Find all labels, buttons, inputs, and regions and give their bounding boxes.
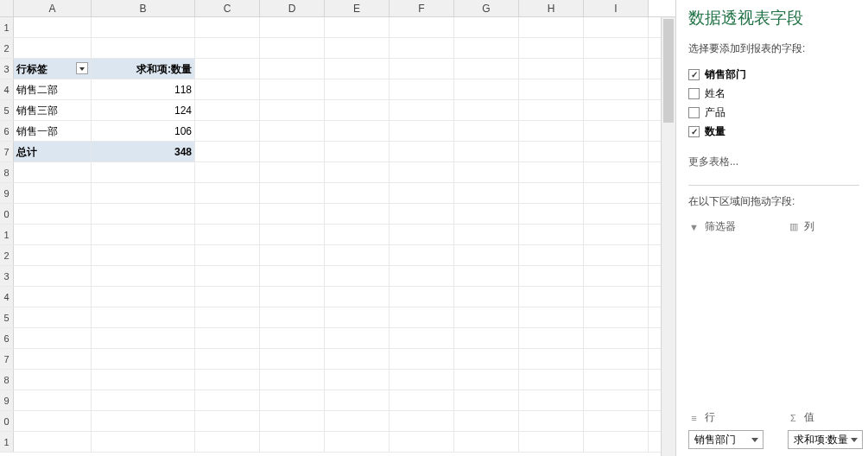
panel-subtitle: 选择要添加到报表的字段: <box>688 41 868 56</box>
row-header[interactable]: 7 <box>0 349 14 369</box>
more-tables-link[interactable]: 更多表格... <box>688 155 868 169</box>
pivot-row-value[interactable]: 106 <box>92 121 195 141</box>
drag-areas-label: 在以下区域间拖动字段: <box>688 194 868 209</box>
row-header[interactable]: 4 <box>0 79 14 99</box>
vertical-scrollbar[interactable] <box>661 17 675 456</box>
area-header-rows: ≡ 行 <box>688 410 763 425</box>
row-header[interactable]: 1 <box>0 225 14 244</box>
checkbox-icon[interactable] <box>688 126 700 137</box>
col-header-D[interactable]: D <box>260 0 325 16</box>
col-header-E[interactable]: E <box>325 0 390 16</box>
pivot-row-value[interactable]: 124 <box>92 100 195 120</box>
row-header[interactable]: 0 <box>0 204 14 224</box>
area-label: 值 <box>804 410 814 425</box>
area-label: 列 <box>804 219 814 234</box>
divider <box>688 185 859 186</box>
row-header[interactable]: 9 <box>0 390 14 410</box>
field-label: 数量 <box>705 124 725 139</box>
panel-title: 数据透视表字段 <box>688 7 868 29</box>
field-item-name[interactable]: 姓名 <box>688 84 868 103</box>
area-header-filter: ▼ 筛选器 <box>688 219 763 234</box>
filter-icon: ▼ <box>688 221 700 232</box>
pivot-grand-total-label[interactable]: 总计 <box>14 142 92 162</box>
areas-grid: ▼ 筛选器 ▥ 列 ≡ 行 Σ 值 销售部门 求和项:数量 <box>688 219 868 449</box>
pivot-row-label[interactable]: 销售三部 <box>14 100 92 120</box>
row-header[interactable]: 3 <box>0 59 14 79</box>
row-header[interactable]: 5 <box>0 307 14 327</box>
sigma-icon: Σ <box>788 412 799 423</box>
col-header-C[interactable]: C <box>195 0 260 16</box>
area-header-values: Σ 值 <box>788 410 863 425</box>
row-header[interactable]: 5 <box>0 100 14 120</box>
field-item-product[interactable]: 产品 <box>688 103 868 122</box>
checkbox-icon[interactable] <box>688 69 700 80</box>
pivot-value-header[interactable]: 求和项:数量 <box>92 59 195 79</box>
area-label: 行 <box>705 410 715 425</box>
row-header[interactable]: 6 <box>0 328 14 348</box>
row-header[interactable]: 2 <box>0 38 14 58</box>
row-header[interactable]: 1 <box>0 17 14 37</box>
col-header-B[interactable]: B <box>92 0 195 16</box>
area-header-columns: ▥ 列 <box>788 219 863 234</box>
row-header[interactable]: 8 <box>0 370 14 390</box>
col-header-I[interactable]: I <box>584 0 649 16</box>
pivot-grand-total-value[interactable]: 348 <box>92 142 195 162</box>
pivot-row-label[interactable]: 销售一部 <box>14 121 92 141</box>
row-header[interactable]: 3 <box>0 266 14 286</box>
pivot-row-label[interactable]: 销售二部 <box>14 79 92 99</box>
column-headers: A B C D E F G H I <box>0 0 675 17</box>
row-header[interactable]: 6 <box>0 121 14 141</box>
row-header[interactable]: 9 <box>0 183 14 203</box>
filter-dropdown-icon[interactable] <box>76 62 88 74</box>
field-item-quantity[interactable]: 数量 <box>688 122 868 141</box>
values-field-dropdown[interactable]: 求和项:数量 <box>788 430 863 449</box>
row-header[interactable]: 4 <box>0 287 14 307</box>
pivot-row-label-header[interactable]: 行标签 <box>14 59 92 79</box>
area-box-filter[interactable] <box>688 239 763 405</box>
rows-icon: ≡ <box>688 412 700 423</box>
area-box-columns[interactable] <box>788 239 863 405</box>
col-header-F[interactable]: F <box>390 0 454 16</box>
pivot-field-panel: 数据透视表字段 选择要添加到报表的字段: 销售部门 姓名 产品 数量 更多表格.… <box>675 0 868 456</box>
col-header-A[interactable]: A <box>14 0 92 16</box>
field-list: 销售部门 姓名 产品 数量 <box>688 65 868 141</box>
grid-body[interactable]: 1 2 3 行标签 求和项:数量 4 销售二部 118 5 销售三部 124 6… <box>0 17 675 453</box>
scrollbar-thumb[interactable] <box>663 19 674 123</box>
row-header[interactable]: 7 <box>0 142 14 162</box>
col-header-G[interactable]: G <box>454 0 519 16</box>
field-item-sales-dept[interactable]: 销售部门 <box>688 65 868 84</box>
row-header[interactable]: 0 <box>0 411 14 431</box>
row-header[interactable]: 8 <box>0 162 14 182</box>
area-label: 筛选器 <box>705 219 736 234</box>
checkbox-icon[interactable] <box>688 107 700 118</box>
rows-field-dropdown[interactable]: 销售部门 <box>688 430 763 449</box>
col-header-H[interactable]: H <box>519 0 584 16</box>
pivot-row-label-text: 行标签 <box>16 63 48 75</box>
pivot-row-value[interactable]: 118 <box>92 79 195 99</box>
columns-icon: ▥ <box>788 221 799 232</box>
field-label: 产品 <box>705 105 725 120</box>
field-label: 销售部门 <box>705 67 746 82</box>
checkbox-icon[interactable] <box>688 88 700 99</box>
row-header[interactable]: 2 <box>0 245 14 265</box>
row-header[interactable]: 1 <box>0 432 14 452</box>
select-all-corner[interactable] <box>0 0 14 16</box>
field-label: 姓名 <box>705 86 725 101</box>
spreadsheet-grid[interactable]: A B C D E F G H I 1 2 3 行标签 求和项:数量 4 销售二… <box>0 0 675 456</box>
